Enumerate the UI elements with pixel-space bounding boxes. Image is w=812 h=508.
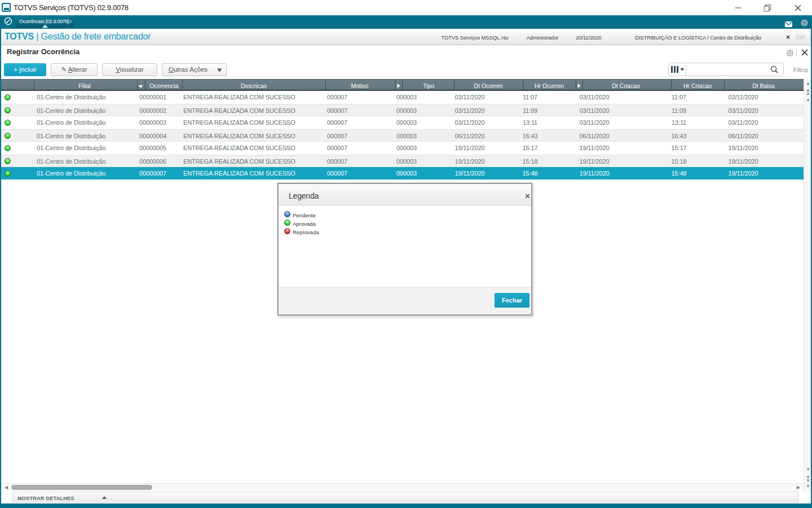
svg-text:?: ? [803, 20, 806, 26]
